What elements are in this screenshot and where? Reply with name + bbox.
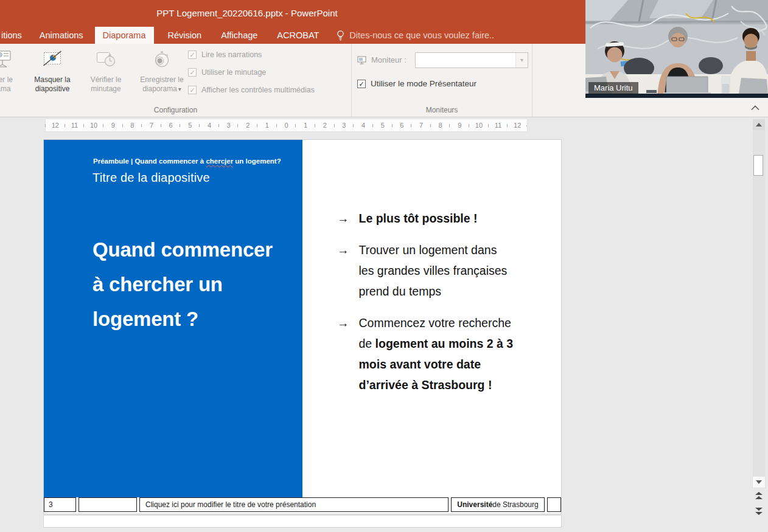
ruler-number: 12 — [46, 119, 65, 131]
tab-animations[interactable]: Animations — [32, 27, 91, 44]
slide-subtitle[interactable]: Titre de la diapositive — [93, 171, 210, 185]
tab-affichage[interactable]: Affichage — [213, 27, 265, 44]
ruler-number: 8 — [123, 119, 142, 131]
ruler-number: 6 — [161, 119, 181, 131]
checkbox-utiliser-le-minutage[interactable]: ✓ Utiliser le minutage — [188, 68, 266, 77]
tab-diaporama[interactable]: Diaporama — [95, 27, 154, 44]
ruler-number: 9 — [103, 119, 123, 131]
slide-canvas[interactable]: Préambule | Quand commencer à chercjer u… — [44, 140, 561, 514]
ribbon-group-moniteurs: Moniteur : ▾ ✓ Utiliser le mode Présenta… — [352, 44, 532, 117]
double-chevron-down-icon — [755, 512, 763, 515]
checkbox-lire-les-narrations[interactable]: ✓ Lire les narrations — [188, 50, 262, 59]
dropdown-caret-icon: ▾ — [178, 86, 181, 92]
bullet-arrow-icon: → — [337, 240, 349, 302]
bullet-arrow-icon: → — [337, 313, 349, 395]
ruler-number: 0 — [277, 119, 296, 131]
footer-end-cell[interactable] — [547, 497, 561, 512]
scroll-down-button[interactable] — [753, 477, 765, 488]
setup-slideshow-icon — [0, 49, 13, 69]
ruler-number: 5 — [180, 119, 200, 131]
ruler-number: 7 — [142, 119, 161, 131]
chevron-up-icon — [751, 105, 759, 111]
previous-slide-button[interactable] — [754, 490, 764, 501]
ruler-number: 5 — [373, 119, 393, 131]
dropdown-caret-icon: ▾ — [515, 53, 528, 67]
ruler-number: 10 — [469, 119, 489, 131]
enregistrer-le-diaporama-button[interactable]: Enregistrer le diaporama▾ — [133, 48, 191, 94]
bullet-item[interactable]: →Trouver un logement dans les grandes vi… — [337, 240, 568, 302]
checkbox-icon: ✓ — [188, 68, 197, 77]
video-call-overlay[interactable]: Maria Uritu — [585, 0, 768, 98]
monitor-dropdown[interactable]: ▾ — [415, 52, 528, 68]
ruler-number: 1 — [257, 119, 277, 131]
slide-title[interactable]: Quand commencer à chercher un logement ? — [93, 232, 273, 336]
checkbox-icon: ✓ — [357, 80, 366, 88]
scrollbar-thumb[interactable] — [753, 155, 763, 176]
monitor-label: Moniteur : — [371, 55, 407, 64]
ruler-number: 8 — [431, 119, 450, 131]
ruler-number: 4 — [200, 119, 219, 131]
group-label-configuration: Configuration — [0, 106, 351, 114]
double-chevron-up-icon — [755, 496, 763, 499]
button-label: Vérifier le minutage — [79, 75, 133, 94]
tab-transitions[interactable]: itions — [0, 27, 28, 44]
ruler: 1211109876543210123456789101112 — [46, 119, 527, 131]
button-label: Masquer la diapositive — [27, 75, 77, 94]
checkbox-label: Afficher les contrôles multimédias — [201, 86, 315, 94]
rehearse-timings-icon — [96, 49, 116, 69]
ruler-number: 9 — [450, 119, 469, 131]
tab-acrobat[interactable]: ACROBAT — [269, 27, 327, 44]
bullet-item[interactable]: →Le plus tôt possible ! — [337, 208, 568, 229]
masquer-la-diapositive-button[interactable]: Masquer la diapositive — [27, 48, 77, 94]
checkbox-icon: ✓ — [188, 50, 197, 59]
ruler-number: 7 — [411, 119, 431, 131]
checkbox-afficher-les-controles-multimedias[interactable]: ✓ Afficher les contrôles multimédias — [188, 86, 315, 94]
double-chevron-up-icon — [755, 492, 763, 495]
ruler-number: 4 — [354, 119, 373, 131]
double-chevron-down-icon — [755, 508, 763, 511]
footer-page-number[interactable]: 3 — [44, 497, 76, 512]
ruler-number: 2 — [315, 119, 335, 131]
configurer-le-diaporama-button[interactable]: urer le rama — [0, 48, 27, 94]
tell-me-label: Dites-nous ce que vous voulez faire.. — [349, 30, 494, 40]
ruler-number: 10 — [84, 119, 103, 131]
vertical-scrollbar[interactable] — [753, 119, 765, 488]
next-slide-peek[interactable] — [44, 516, 561, 527]
arrow-up-icon — [756, 123, 762, 126]
scroll-up-button[interactable] — [753, 119, 765, 130]
bullet-arrow-icon: → — [337, 208, 349, 229]
button-label: Enregistrer le diaporama▾ — [133, 75, 191, 94]
verifier-le-minutage-button[interactable]: Vérifier le minutage — [79, 48, 133, 94]
next-slide-button[interactable] — [754, 506, 764, 517]
footer-title-placeholder[interactable]: Cliquez ici pour modifier le titre de vo… — [139, 497, 449, 512]
tell-me-box[interactable]: Dites-nous ce que vous voulez faire.. — [337, 27, 494, 44]
footer-empty-cell[interactable] — [79, 497, 137, 512]
ruler-number: 11 — [489, 119, 508, 131]
ruler-number: 12 — [508, 119, 527, 131]
ruler-number: 3 — [219, 119, 239, 131]
monitor-icon — [357, 56, 368, 64]
checkbox-label: Utiliser le minutage — [201, 68, 266, 77]
bullet-item[interactable]: →Commencez votre recherche de logement a… — [337, 313, 568, 395]
button-label: urer le rama — [0, 75, 27, 94]
ribbon-group-configuration: urer le rama Masquer la diapositive Véri… — [0, 44, 352, 117]
arrow-down-icon — [756, 480, 762, 484]
footer-organization[interactable]: Université de Strasbourg — [451, 497, 545, 512]
misspelled-word: chercjer — [206, 157, 233, 165]
ruler-number: 11 — [65, 119, 85, 131]
checkbox-icon: ✓ — [188, 86, 197, 94]
checkbox-utiliser-le-mode-presentateur[interactable]: ✓ Utiliser le mode Présentateur — [357, 79, 477, 88]
collapse-ribbon-button[interactable] — [748, 103, 763, 112]
monitor-row: Moniteur : — [357, 55, 407, 64]
record-slideshow-icon — [152, 49, 172, 69]
ruler-number: 3 — [335, 119, 354, 131]
slide-footer: 3 Cliquez ici pour modifier le titre de … — [44, 497, 561, 512]
participant-name-label: Maria Uritu — [588, 82, 638, 94]
ruler-number: 2 — [238, 119, 257, 131]
hide-slide-icon — [42, 49, 63, 69]
tab-revision[interactable]: Révision — [160, 27, 210, 44]
group-label-moniteurs: Moniteurs — [352, 106, 532, 114]
slide-eyebrow-text[interactable]: Préambule | Quand commencer à chercjer u… — [93, 157, 281, 165]
bullet-list[interactable]: →Le plus tôt possible !→Trouver un logem… — [337, 208, 568, 406]
window-title: PPT Logement_20220616.pptx - PowerPoint — [0, 8, 494, 18]
